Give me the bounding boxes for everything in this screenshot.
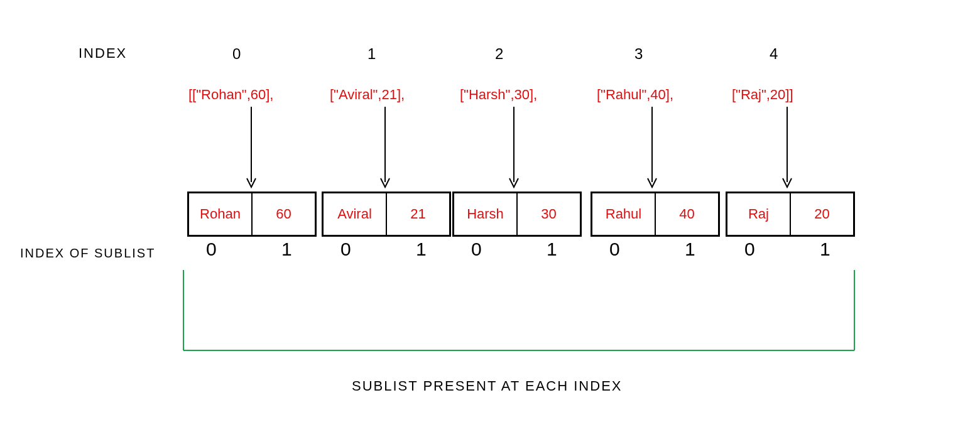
index-3: 3 (634, 45, 643, 63)
literal-1: ["Aviral",21], (330, 87, 405, 103)
literal-3: ["Rahul",40], (597, 87, 673, 103)
index-0: 0 (232, 45, 241, 63)
cell-4-value: 20 (791, 193, 853, 235)
arrow-1 (380, 107, 390, 190)
cell-2-name: Harsh (454, 193, 518, 235)
diagram-container: INDEX 0 1 2 3 4 [["Rohan",60], ["Aviral"… (0, 0, 980, 432)
cell-1-value: 21 (387, 193, 449, 235)
sub0-col3: 0 (609, 239, 620, 260)
index-4: 4 (770, 45, 778, 63)
sub0-col1: 0 (340, 239, 351, 260)
green-bracket (182, 270, 861, 355)
bottom-caption: SUBLIST PRESENT AT EACH INDEX (352, 378, 623, 394)
literal-2: ["Harsh",30], (460, 87, 537, 103)
index-1: 1 (368, 45, 376, 63)
cell-3: Rahul 40 (591, 192, 720, 237)
literal-0: [["Rohan",60], (188, 87, 273, 103)
cell-3-name: Rahul (592, 193, 656, 235)
cell-4-name: Raj (727, 193, 791, 235)
sub1-col1: 1 (416, 239, 427, 260)
sub1-col4: 1 (820, 239, 830, 260)
arrow-0 (246, 107, 256, 190)
index-2: 2 (495, 45, 503, 63)
literal-4: ["Raj",20]] (732, 87, 793, 103)
sub0-col0: 0 (206, 239, 217, 260)
sub1-col2: 1 (547, 239, 557, 260)
index-label: INDEX (79, 45, 127, 62)
cell-3-value: 40 (656, 193, 718, 235)
cell-0: Rohan 60 (187, 192, 317, 237)
arrow-2 (509, 107, 519, 190)
arrow-4 (782, 107, 792, 190)
cell-2-value: 30 (518, 193, 580, 235)
sub1-col3: 1 (685, 239, 695, 260)
cell-1-name: Aviral (324, 193, 387, 235)
cell-0-name: Rohan (189, 193, 253, 235)
index-of-sublist-label: INDEX OF SUBLIST (20, 246, 155, 261)
sub1-col0: 1 (281, 239, 292, 260)
sub0-col2: 0 (471, 239, 482, 260)
sub0-col4: 0 (744, 239, 755, 260)
arrow-3 (647, 107, 657, 190)
cell-4: Raj 20 (726, 192, 855, 237)
cell-2: Harsh 30 (452, 192, 582, 237)
cell-1: Aviral 21 (322, 192, 451, 237)
cell-0-value: 60 (253, 193, 315, 235)
